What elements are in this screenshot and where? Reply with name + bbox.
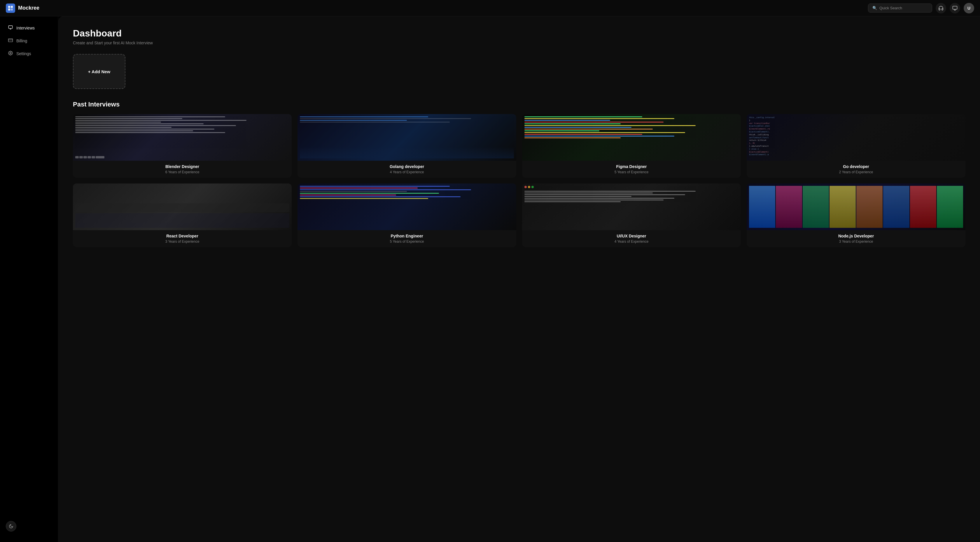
page-subtitle: Create and Start your first AI Mock Inte… [73,41,966,45]
monitor-button[interactable] [950,3,960,13]
interview-card[interactable]: Golang developer 4 Years of Experience [298,114,516,178]
interview-card[interactable]: Node.js Developer 3 Years of Experience [747,183,966,247]
add-new-card[interactable]: + Add New [73,54,126,89]
svg-point-12 [10,53,11,54]
interview-thumbnail [73,114,292,161]
sidebar-label-billing: Billing [16,38,27,43]
svg-rect-7 [8,26,12,28]
interview-title: Python Engineer [302,234,512,238]
search-bar[interactable]: 🔍 Quick Search [868,3,932,13]
interview-subtitle: 4 Years of Experience [527,239,736,244]
search-icon: 🔍 [872,6,877,10]
interview-card[interactable]: React Developer 3 Years of Experience [73,183,292,247]
interview-title: Go developer [751,164,961,169]
past-interviews-title: Past Interviews [73,100,966,108]
interview-thumbnail [522,114,741,161]
svg-rect-3 [11,8,13,11]
interview-card-info: Node.js Developer 3 Years of Experience [747,230,966,247]
logo-area[interactable]: Mockree [6,3,40,13]
interview-subtitle: 5 Years of Experience [302,239,512,244]
sidebar-label-settings: Settings [16,51,31,56]
interview-subtitle: 3 Years of Experience [78,239,287,244]
dark-mode-button[interactable] [6,521,16,531]
gear-icon [8,51,13,57]
interview-card[interactable]: Figma Designer 5 Years of Experience [522,114,741,178]
interview-card[interactable]: UI/UX Designer 4 Years of Experience [522,183,741,247]
interview-card[interactable]: Blender Designer 6 Years of Experience [73,114,292,178]
top-navigation: Mockree 🔍 Quick Search U [0,0,980,16]
interview-card-info: Blender Designer 6 Years of Experience [73,161,292,178]
interview-card-info: Python Engineer 5 Years of Experience [298,230,516,247]
svg-rect-2 [8,8,10,11]
svg-rect-4 [953,6,957,10]
sidebar-item-interviews[interactable]: Interviews [2,22,56,34]
interview-title: Figma Designer [527,164,736,169]
interview-title: React Developer [78,234,287,238]
interview-title: Node.js Developer [751,234,961,238]
monitor-icon [952,6,958,11]
interview-thumbnail [298,114,516,161]
topnav-right: 🔍 Quick Search U [868,3,974,13]
interviews-grid: Blender Designer 6 Years of Experience [73,114,966,247]
sidebar: Interviews Billing Settings [0,16,58,542]
page-title: Dashboard [73,28,966,39]
interview-thumbnail [522,183,741,230]
svg-rect-1 [11,6,13,8]
interview-title: Blender Designer [78,164,287,169]
avatar-initials: U [967,6,970,11]
interview-thumbnail [73,183,292,230]
interview-title: UI/UX Designer [527,234,736,238]
search-placeholder: Quick Search [880,6,902,10]
sidebar-label-interviews: Interviews [16,26,35,30]
interview-card-info: Golang developer 4 Years of Experience [298,161,516,178]
sidebar-bottom [0,516,58,536]
interview-subtitle: 2 Years of Experience [751,170,961,174]
interview-subtitle: 5 Years of Experience [527,170,736,174]
interview-card[interactable]: Python Engineer 5 Years of Experience [298,183,516,247]
main-content: Dashboard Create and Start your first AI… [58,16,980,542]
monitor-icon [8,25,13,31]
interview-subtitle: 3 Years of Experience [751,239,961,244]
sidebar-item-billing[interactable]: Billing [2,35,56,47]
headphone-icon [938,6,943,11]
interview-thumbnail [298,183,516,230]
credit-card-icon [8,38,13,44]
logo-icon [6,3,15,13]
interview-title: Golang developer [302,164,512,169]
main-layout: Interviews Billing Settings [0,16,980,542]
headphone-button[interactable] [935,3,946,13]
svg-rect-10 [8,39,13,42]
sidebar-item-settings[interactable]: Settings [2,48,56,59]
interview-card-info: Go developer 2 Years of Experience [747,161,966,178]
interview-card-info: Figma Designer 5 Years of Experience [522,161,741,178]
interview-subtitle: 6 Years of Experience [78,170,287,174]
add-new-label: + Add New [88,69,111,74]
interview-thumbnail [747,183,966,230]
interview-subtitle: 4 Years of Experience [302,170,512,174]
interview-card[interactable]: this._config.interval } var transitionDu… [747,114,966,178]
interview-card-info: React Developer 3 Years of Experience [73,230,292,247]
moon-icon [9,524,13,529]
interview-card-info: UI/UX Designer 4 Years of Experience [522,230,741,247]
svg-rect-0 [8,6,10,8]
app-name: Mockree [18,5,40,11]
avatar-button[interactable]: U [964,3,974,13]
interview-thumbnail: this._config.interval } var transitionDu… [747,114,966,161]
